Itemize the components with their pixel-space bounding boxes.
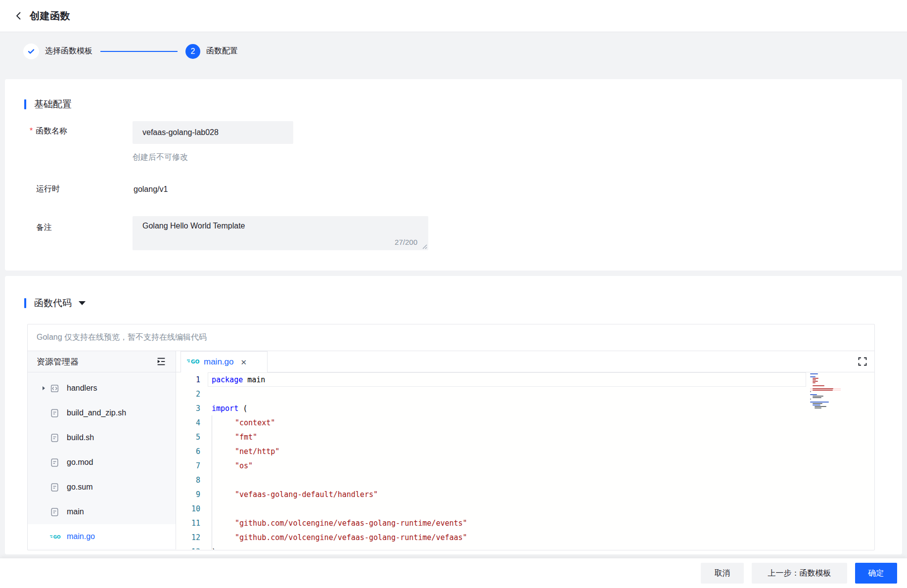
- code-notice: Golang 仅支持在线预览，暂不支持在线编辑代码: [28, 324, 874, 351]
- function-name-hint: 创建后不可修改: [133, 152, 188, 163]
- editor-column: GO main.go ✕ 1package main23import (4"co…: [176, 351, 874, 549]
- minimap[interactable]: [810, 373, 841, 409]
- code-line-7: 7"os": [176, 458, 874, 473]
- chevron-right-icon: [41, 385, 46, 391]
- line-number: 5: [176, 433, 200, 442]
- stepper-connector: [100, 51, 178, 52]
- code-line-4: 4"context": [176, 415, 874, 430]
- runtime-value: golang/v1: [134, 185, 168, 194]
- line-number: 2: [176, 390, 200, 399]
- explorer-header: 资源管理器: [28, 351, 176, 372]
- function-code-title: 函数代码: [34, 297, 72, 310]
- code-line-10: 10: [176, 501, 874, 516]
- step2-label: 函数配置: [206, 46, 238, 56]
- tab-label: main.go: [204, 357, 233, 367]
- fullscreen-icon[interactable]: [858, 357, 867, 368]
- code-line-9: 9"vefaas-golang-default/handlers": [176, 487, 874, 501]
- section-accent-bar: [24, 298, 26, 308]
- remark-field: Golang Hello World Template 27/200: [133, 216, 428, 250]
- explorer-title: 资源管理器: [37, 356, 79, 367]
- code-line-12: 12"github.com/volcengine/vefaas-golang-r…: [176, 530, 874, 544]
- basic-config-title: 基础配置: [34, 98, 72, 111]
- file-explorer: 资源管理器 handlersbuild_and_zip.shbuild.shgo…: [28, 351, 176, 549]
- file-name: main.go: [67, 532, 95, 541]
- remark-textarea[interactable]: Golang Hello World Template: [133, 216, 428, 239]
- go-file-icon: GO: [50, 534, 61, 540]
- file-row-handlers[interactable]: handlers: [28, 376, 176, 401]
- check-icon: [27, 47, 35, 55]
- go-file-icon: GO: [187, 358, 200, 366]
- line-number: 12: [176, 533, 200, 542]
- file-row-main[interactable]: main: [28, 499, 176, 524]
- stepper: 选择函数模板 2 函数配置: [23, 32, 238, 70]
- file-name: go.sum: [67, 483, 92, 492]
- file-row-go-mod[interactable]: go.mod: [28, 450, 176, 475]
- line-number: 3: [176, 404, 200, 413]
- cancel-button[interactable]: 取消: [701, 563, 744, 584]
- runtime-label: 运行时: [36, 184, 60, 194]
- function-name-input[interactable]: [133, 121, 293, 144]
- remark-label: 备注: [36, 223, 52, 233]
- code-line-2: 2: [176, 387, 874, 401]
- svg-text:GO: GO: [191, 359, 200, 364]
- required-mark: *: [30, 127, 33, 135]
- file-name: go.mod: [67, 458, 93, 467]
- file-icon: [50, 458, 59, 467]
- code-editor[interactable]: 1package main23import (4"context"5"fmt"6…: [176, 372, 874, 549]
- line-number: 7: [176, 461, 200, 470]
- page-header: 创建函数: [0, 0, 907, 32]
- confirm-button[interactable]: 确定: [855, 563, 897, 584]
- stepper-step-2: 2 函数配置: [185, 44, 238, 59]
- file-row-build-and-zip-sh[interactable]: build_and_zip.sh: [28, 401, 176, 425]
- file-name: main: [67, 507, 84, 516]
- file-icon: [50, 507, 59, 517]
- function-name-label: *函数名称: [30, 126, 67, 136]
- file-icon: [50, 433, 59, 443]
- previous-step-button[interactable]: 上一步：函数模板: [752, 563, 847, 584]
- remark-char-counter: 27/200: [395, 238, 417, 246]
- line-number: 4: [176, 418, 200, 427]
- line-number: 8: [176, 476, 200, 485]
- code-line-11: 11"github.com/volcengine/vefaas-golang-r…: [176, 516, 874, 530]
- line-number: 13: [176, 547, 200, 550]
- code-line-3: 3import (: [176, 401, 874, 415]
- line-number: 11: [176, 519, 200, 528]
- editor-tab-bar: GO main.go ✕: [176, 351, 874, 372]
- code-panel: Golang 仅支持在线预览，暂不支持在线编辑代码 资源管理器 handlers…: [27, 324, 875, 550]
- file-row-main-go[interactable]: GOmain.go: [28, 524, 176, 549]
- file-name: build.sh: [67, 433, 94, 442]
- code-line-8: 8: [176, 473, 874, 487]
- stepper-step-1[interactable]: 选择函数模板: [23, 44, 92, 59]
- back-arrow-icon: [14, 11, 23, 20]
- back-button[interactable]: [12, 9, 26, 23]
- basic-config-card: 基础配置 *函数名称 创建后不可修改 运行时 golang/v1 备注 Gola…: [5, 79, 902, 271]
- file-name: handlers: [67, 384, 97, 393]
- step2-number-circle: 2: [185, 44, 200, 59]
- line-number: 10: [176, 504, 200, 513]
- line-number: 1: [176, 375, 200, 384]
- file-row-build-sh[interactable]: build.sh: [28, 425, 176, 450]
- collapse-explorer-icon[interactable]: [156, 356, 167, 367]
- file-icon: [50, 483, 59, 492]
- code-line-13: 13): [176, 544, 874, 549]
- code-line-5: 5"fmt": [176, 430, 874, 444]
- code-line-1: 1package main: [176, 372, 874, 387]
- close-tab-icon[interactable]: ✕: [240, 359, 247, 366]
- resize-handle-icon[interactable]: [422, 244, 427, 249]
- step1-label: 选择函数模板: [45, 46, 92, 56]
- code-lines: 1package main23import (4"context"5"fmt"6…: [176, 372, 874, 549]
- section-accent-bar: [24, 99, 26, 109]
- file-icon: [50, 408, 59, 418]
- tab-main-go[interactable]: GO main.go ✕: [181, 351, 268, 372]
- file-row-go-sum[interactable]: go.sum: [28, 475, 176, 499]
- collapse-caret-icon[interactable]: [79, 301, 86, 305]
- line-number: 6: [176, 447, 200, 456]
- code-line-6: 6"net/http": [176, 444, 874, 458]
- folder-code-icon: [50, 384, 59, 393]
- file-name: build_and_zip.sh: [67, 408, 126, 417]
- page-title: 创建函数: [30, 9, 70, 23]
- line-number: 9: [176, 490, 200, 499]
- file-list: handlersbuild_and_zip.shbuild.shgo.modgo…: [28, 372, 176, 549]
- svg-text:GO: GO: [53, 535, 61, 540]
- step1-check-circle: [23, 44, 39, 59]
